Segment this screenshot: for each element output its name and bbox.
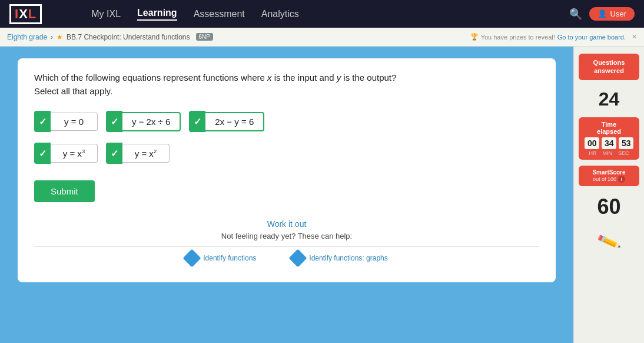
prize-notice: 🏆 You have prizes to reveal! Go to your … <box>470 33 637 41</box>
time-seconds: 53 <box>619 137 633 149</box>
check-badge-2: ✓ <box>106 111 122 132</box>
breadcrumb-star: ★ <box>57 33 63 41</box>
equation-box-5[interactable]: ✓ y = x2 <box>106 143 170 164</box>
nav-assessment[interactable]: Assessment <box>194 9 245 19</box>
user-icon: 👤 <box>597 9 607 18</box>
submit-button[interactable]: Submit <box>34 180 95 202</box>
time-elapsed-label: Timeelapsed <box>585 121 633 135</box>
resource-diamond-2 <box>289 249 307 267</box>
eq-label-1: y = 0 <box>51 113 98 131</box>
pencil-icon: ✏️ <box>596 229 622 255</box>
header-right: 🔍 👤 User <box>569 7 635 21</box>
question-text: Which of the following equations represe… <box>34 71 539 98</box>
equation-box-4[interactable]: ✓ y = x3 <box>34 143 98 164</box>
time-display: 00 34 53 <box>585 137 633 149</box>
unit-min: MIN <box>602 150 612 156</box>
trophy-icon: 🏆 <box>470 33 479 41</box>
eq-label-3: 2x − y = 6 <box>205 112 264 131</box>
breadcrumb-grade[interactable]: Eighth grade <box>7 33 47 41</box>
resource-item-2[interactable]: Identify functions: graphs <box>291 252 387 265</box>
smartscore-title: SmartScore <box>585 169 633 176</box>
info-icon[interactable]: i <box>618 176 625 183</box>
content-area: Which of the following equations represe… <box>0 47 573 343</box>
unit-hr: HR <box>589 150 596 156</box>
resource-item-1[interactable]: Identify functions <box>185 252 256 265</box>
nav-my-ixl[interactable]: My IXL <box>91 9 121 19</box>
equation-box-1[interactable]: ✓ y = 0 <box>34 111 98 132</box>
check-badge-4: ✓ <box>34 143 51 164</box>
equation-row-2: ✓ y = x3 ✓ y = x2 <box>34 143 539 164</box>
time-minutes: 34 <box>602 137 616 149</box>
prize-close[interactable]: ✕ <box>632 33 637 41</box>
time-units: HR MIN SEC <box>585 150 633 156</box>
breadcrumb-skill-name: BB.7 Checkpoint: Understand functions <box>67 33 190 41</box>
resource-label-2: Identify functions: graphs <box>309 254 387 262</box>
question-card: Which of the following equations represe… <box>18 58 556 282</box>
resource-diamond-1 <box>183 249 201 267</box>
smartscore-card: SmartScore out of 100 i <box>579 166 639 186</box>
work-it-out-link[interactable]: Work it out <box>267 219 307 229</box>
time-hours: 00 <box>585 137 599 149</box>
search-button[interactable]: 🔍 <box>569 8 582 21</box>
work-subtext: Not feeling ready yet? These can help: <box>34 232 539 240</box>
resources-row: Identify functions Identify functions: g… <box>34 246 539 265</box>
main-nav: My IXL Learning Assessment Analytics <box>91 8 299 21</box>
breadcrumb-separator: › <box>51 33 53 41</box>
equation-box-3[interactable]: ✓ 2x − y = 6 <box>189 111 264 132</box>
check-badge-3: ✓ <box>189 111 205 132</box>
time-elapsed-card: Timeelapsed 00 34 53 HR MIN SEC <box>579 117 639 160</box>
unit-sec: SEC <box>618 150 629 156</box>
breadcrumb-skill-badge: 6NP <box>196 33 213 41</box>
main-content: Which of the following equations represe… <box>0 47 644 343</box>
breadcrumb: Eighth grade › ★ BB.7 Checkpoint: Unders… <box>0 28 644 47</box>
questions-answered-label: Questionsanswered <box>585 58 633 75</box>
questions-answered-card: Questionsanswered <box>579 54 639 80</box>
sidebar: Questionsanswered 24 Timeelapsed 00 34 5… <box>573 47 644 343</box>
prize-link[interactable]: Go to your game board. <box>557 34 626 41</box>
work-section: Work it out Not feeling ready yet? These… <box>34 212 539 265</box>
questions-count: 24 <box>599 88 620 110</box>
eq-label-2: y − 2x ÷ 6 <box>122 112 181 131</box>
user-label: User <box>610 9 626 18</box>
eq-label-5: y = x2 <box>122 144 170 163</box>
nav-analytics[interactable]: Analytics <box>261 9 299 19</box>
eq-label-4: y = x3 <box>51 144 98 163</box>
logo: IXL <box>9 4 42 24</box>
nav-learning[interactable]: Learning <box>137 8 177 21</box>
equation-row-1: ✓ y = 0 ✓ y − 2x ÷ 6 ✓ 2x − y = 6 <box>34 111 539 132</box>
smartscore-value: 60 <box>597 194 620 219</box>
user-menu-button[interactable]: 👤 User <box>589 7 635 21</box>
header: IXL My IXL Learning Assessment Analytics… <box>0 0 644 28</box>
resource-label-1: Identify functions <box>203 254 256 262</box>
equation-box-2[interactable]: ✓ y − 2x ÷ 6 <box>106 111 181 132</box>
smartscore-sub: out of 100 i <box>585 176 633 183</box>
prize-text: You have prizes to reveal! <box>481 34 555 41</box>
check-badge-5: ✓ <box>106 143 122 164</box>
check-badge-1: ✓ <box>34 111 51 132</box>
